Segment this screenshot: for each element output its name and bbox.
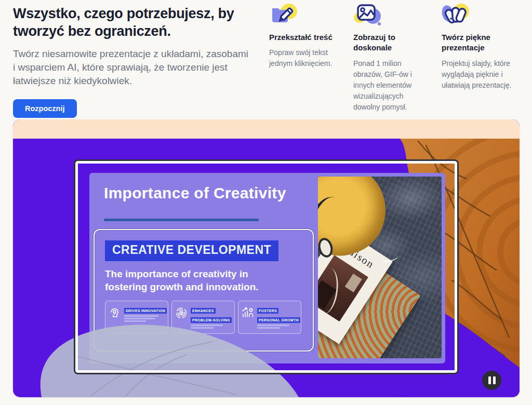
folder-pencil-icon bbox=[269, 2, 343, 30]
slides-fan-icon bbox=[442, 2, 525, 30]
card-label: DRIVES INNOVATION bbox=[124, 308, 167, 314]
magazine-photo-window bbox=[345, 274, 362, 292]
demo-video-area: Importance of Creativity CREATIVE DEVELO… bbox=[13, 119, 520, 397]
card-label: FOSTERS bbox=[257, 308, 278, 314]
feature-description: Popraw swój tekst jednym kliknięciem. bbox=[269, 47, 343, 69]
card-label: PROBLEM-SOLVING bbox=[191, 317, 232, 323]
card-text-line bbox=[191, 327, 214, 329]
image-icon bbox=[353, 2, 431, 30]
get-started-button[interactable]: Rozpocznij bbox=[13, 99, 77, 118]
card-text-line bbox=[124, 315, 158, 317]
peach-top-band bbox=[13, 119, 520, 139]
feature-beautiful-presentations: Twórz piękne prezentacje Projektuj slajd… bbox=[442, 2, 525, 113]
feature-title: Twórz piękne prezentacje bbox=[442, 32, 504, 53]
feature-visualize: Zobrazuj to doskonale Ponad 1 milion obr… bbox=[353, 2, 431, 113]
feature-title: Zobrazuj to doskonale bbox=[353, 32, 431, 53]
hero-section: Wszystko, czego potrzebujesz, by tworzyć… bbox=[13, 5, 257, 118]
card-text-line bbox=[124, 318, 155, 319]
slide-heading-chip: CREATIVE DEVELOPMENT bbox=[105, 240, 278, 261]
slide-subtitle: The importance of creativity in fosterin… bbox=[105, 267, 276, 294]
feature-description: Ponad 1 milion obrazów, GIF-ów i innych … bbox=[353, 58, 431, 113]
slide-title-underline bbox=[104, 219, 259, 221]
card-text-line bbox=[191, 325, 223, 326]
spiral-icon bbox=[175, 306, 188, 320]
feature-title: Przekształć treść bbox=[269, 32, 343, 43]
hero-description: Twórz niesamowite prezentacje z układami… bbox=[13, 47, 249, 88]
slide-cards-row: DRIVES INNOVATION ENHANCES bbox=[105, 301, 302, 334]
presentation-slide: Importance of Creativity CREATIVE DEVELO… bbox=[89, 173, 445, 363]
growth-chart-person-icon bbox=[241, 306, 255, 320]
card-fosters-personal-growth: FOSTERS PERSONAL GROWTH bbox=[238, 301, 301, 334]
features-row: Przekształć treść Popraw swój tekst jedn… bbox=[269, 2, 525, 113]
feature-transform-content: Przekształć treść Popraw swój tekst jedn… bbox=[269, 2, 343, 113]
feature-description: Projektuj slajdy, które wyglądają piękni… bbox=[442, 58, 525, 91]
slide-title: Importance of Creativity bbox=[104, 184, 286, 202]
page-title: Wszystko, czego potrzebujesz, by tworzyć… bbox=[13, 5, 257, 40]
card-text-line bbox=[257, 327, 280, 329]
pause-icon bbox=[488, 376, 491, 384]
card-label: PERSONAL GROWTH bbox=[257, 317, 300, 323]
pause-button[interactable] bbox=[482, 371, 501, 390]
card-enhances-problem-solving: ENHANCES PROBLEM-SOLVING bbox=[171, 301, 235, 334]
card-text-line bbox=[257, 325, 289, 326]
slide-photo: maison bbox=[318, 177, 442, 358]
slide-selection-box[interactable]: CREATIVE DEVELOPMENT The importance of c… bbox=[94, 229, 314, 352]
card-label: ENHANCES bbox=[191, 308, 216, 314]
card-drives-innovation: DRIVES INNOVATION bbox=[105, 301, 168, 334]
card-text-line bbox=[124, 320, 146, 322]
lightbulb-head-icon bbox=[108, 306, 122, 320]
pause-icon bbox=[493, 376, 496, 384]
